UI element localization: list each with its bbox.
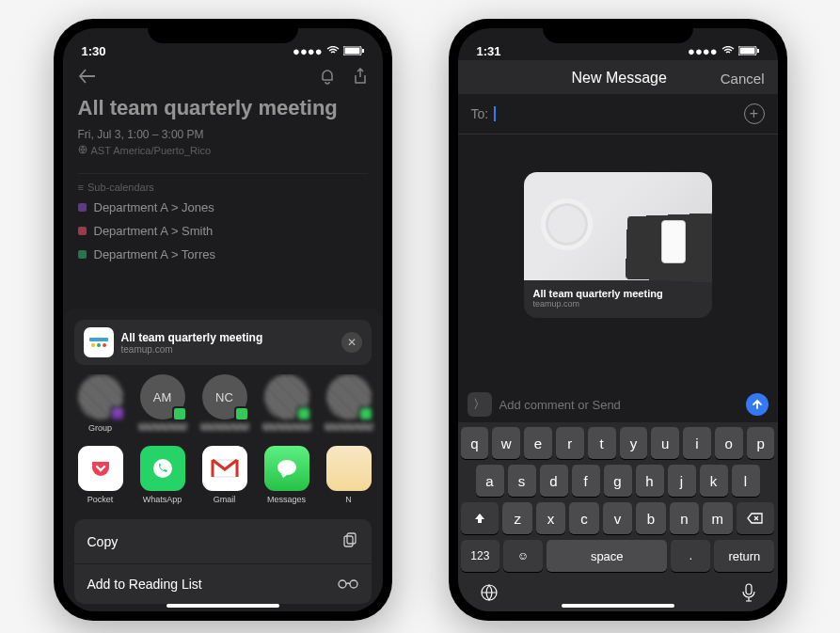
key-p[interactable]: p <box>747 427 775 459</box>
preview-title: All team quarterly meeting <box>533 288 703 299</box>
svg-rect-11 <box>739 48 754 55</box>
event-timezone: AST America/Puerto_Rico <box>78 145 368 156</box>
event-title: All team quarterly meeting <box>78 96 368 120</box>
key-emoji[interactable]: ☺ <box>503 540 543 572</box>
key-k[interactable]: k <box>700 465 728 497</box>
key-g[interactable]: g <box>604 465 632 497</box>
subcalendar-row[interactable]: Department A > Jones <box>78 200 368 214</box>
share-contact[interactable] <box>325 374 373 433</box>
key-t[interactable]: t <box>588 427 616 459</box>
back-icon[interactable] <box>78 68 97 88</box>
viber-badge-icon <box>110 406 125 421</box>
key-w[interactable]: w <box>492 427 520 459</box>
link-preview-card[interactable]: ✕ All team quarterly meeting teamup.com <box>524 172 712 318</box>
key-shift[interactable] <box>461 502 499 534</box>
home-indicator[interactable] <box>166 604 279 608</box>
key-o[interactable]: o <box>715 427 743 459</box>
key-l[interactable]: l <box>732 465 760 497</box>
home-indicator[interactable] <box>562 604 674 608</box>
share-sheet: All team quarterly meeting teamup.com ✕ … <box>63 309 383 611</box>
wifi-icon <box>721 44 735 58</box>
svg-rect-2 <box>362 49 364 53</box>
cancel-button[interactable]: Cancel <box>721 71 765 87</box>
key-delete[interactable] <box>737 502 775 534</box>
bell-icon[interactable] <box>319 68 336 88</box>
share-app-gmail[interactable]: Gmail <box>200 446 249 504</box>
svg-rect-6 <box>344 536 353 546</box>
key-x[interactable]: x <box>536 502 565 534</box>
svg-rect-14 <box>746 584 752 594</box>
subcalendar-row[interactable]: Department A > Smith <box>78 224 368 238</box>
key-m[interactable]: m <box>703 502 732 534</box>
key-a[interactable]: a <box>476 465 504 497</box>
signal-icon: ●●●● <box>688 44 717 58</box>
svg-rect-7 <box>347 533 356 544</box>
share-app-pocket[interactable]: Pocket <box>76 446 125 504</box>
key-period[interactable]: . <box>671 540 710 572</box>
gmail-icon <box>202 446 247 491</box>
svg-rect-12 <box>757 49 759 53</box>
share-contact[interactable] <box>262 374 311 433</box>
mic-icon[interactable] <box>741 583 756 606</box>
key-s[interactable]: s <box>508 465 536 497</box>
expand-apps-icon[interactable]: 〉 <box>468 392 492 417</box>
key-j[interactable]: j <box>668 465 696 497</box>
event-date: Fri, Jul 3, 1:00 – 3:00 PM <box>78 128 368 141</box>
key-q[interactable]: q <box>461 427 489 459</box>
key-123[interactable]: 123 <box>461 540 500 572</box>
globe-icon[interactable] <box>480 583 499 606</box>
key-return[interactable]: return <box>714 540 774 572</box>
subcalendar-row[interactable]: Department A > Torres <box>78 247 368 261</box>
share-icon[interactable] <box>353 68 368 88</box>
key-v[interactable]: v <box>603 502 632 534</box>
svg-point-4 <box>153 459 172 478</box>
whatsapp-icon <box>140 446 185 491</box>
reading-list-action[interactable]: Add to Reading List <box>74 564 372 604</box>
key-b[interactable]: b <box>636 502 665 534</box>
share-contact[interactable]: NC <box>200 374 249 433</box>
send-button[interactable] <box>746 393 769 416</box>
key-n[interactable]: n <box>670 502 699 534</box>
pocket-icon <box>78 446 123 491</box>
key-u[interactable]: u <box>651 427 679 459</box>
key-y[interactable]: y <box>620 427 648 459</box>
signal-icon: ●●●● <box>293 44 322 58</box>
copy-action[interactable]: Copy <box>74 519 372 563</box>
svg-point-8 <box>339 580 346 588</box>
add-contact-icon[interactable]: + <box>744 103 765 124</box>
close-icon[interactable]: ✕ <box>341 332 362 353</box>
messages-icon <box>264 446 309 491</box>
share-app-notes[interactable]: N <box>325 446 373 504</box>
list-icon: ≡ <box>78 182 84 193</box>
share-app-messages[interactable]: Messages <box>262 446 311 504</box>
color-swatch <box>78 250 87 259</box>
key-d[interactable]: d <box>540 465 568 497</box>
battery-icon <box>738 44 759 58</box>
status-time: 1:31 <box>477 44 501 58</box>
nav-title: New Message <box>571 70 666 87</box>
share-app-whatsapp[interactable]: WhatsApp <box>138 446 187 504</box>
key-f[interactable]: f <box>572 465 600 497</box>
glasses-icon <box>338 577 358 592</box>
to-label: To: <box>471 106 489 121</box>
key-i[interactable]: i <box>683 427 711 459</box>
svg-rect-1 <box>344 48 359 55</box>
messages-badge-icon <box>358 406 373 421</box>
key-z[interactable]: z <box>502 502 531 534</box>
key-r[interactable]: r <box>556 427 584 459</box>
status-time: 1:30 <box>82 44 106 58</box>
key-c[interactable]: c <box>569 502 598 534</box>
subcalendars-heading: ≡ Sub-calendars <box>78 182 368 193</box>
messages-badge-icon <box>172 406 187 421</box>
svg-point-5 <box>277 460 296 475</box>
battery-icon <box>343 44 364 58</box>
key-h[interactable]: h <box>636 465 664 497</box>
message-input[interactable] <box>499 398 738 412</box>
key-e[interactable]: e <box>524 427 552 459</box>
share-contact[interactable]: AM <box>138 374 187 433</box>
share-contact[interactable]: Group <box>76 374 125 433</box>
key-space[interactable]: space <box>547 540 667 572</box>
share-domain: teamup.com <box>121 344 334 355</box>
color-swatch <box>78 203 87 212</box>
to-field[interactable] <box>494 106 496 121</box>
